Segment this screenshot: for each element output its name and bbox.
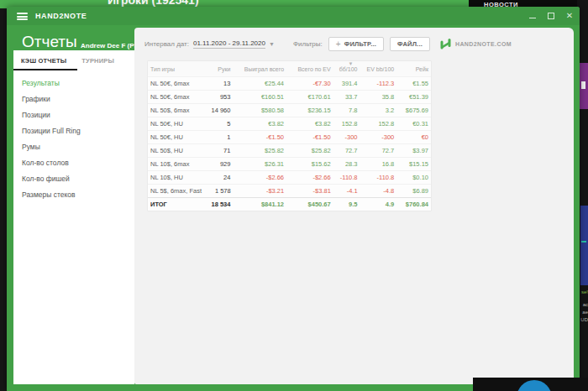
tab-tournaments[interactable]: ТУРНИРЫ [74,50,122,70]
close-icon[interactable]: ✕ [564,11,575,21]
minimize-icon[interactable] [528,11,538,21]
cell-value: 4.9 [358,201,395,208]
cell-value: €0.31 [394,120,428,128]
cell-hands: 71 [192,147,231,154]
cell-value: 7.8 [331,107,358,114]
cell-game-type: NL 50$, 6max [150,107,192,114]
sidebar-tabs: КЭШ ОТЧЕТЫТУРНИРЫ [13,50,134,70]
cell-value: 16.8 [358,160,395,168]
cell-value: 152.8 [331,120,358,128]
cell-value: -$2.66 [230,174,284,181]
table-row[interactable]: NL 50€, 6max953€160.51€170.6133.735.8€51… [148,90,431,103]
table-row[interactable]: NL 10$, HU24-$2.66-$2.66-110.8-110.8$0.1… [148,170,431,184]
filter-button-label: ФИЛЬТР... [344,40,376,48]
file-button[interactable]: ФАЙЛ... [390,37,430,51]
cell-value: 72.7 [331,147,358,154]
sidebar-item[interactable]: Кол-во фишей [13,171,134,187]
column-header[interactable]: Руки [192,66,231,72]
cell-value: $15.15 [394,160,428,168]
sidebar-item[interactable]: Позиции [13,107,134,123]
cell-value: -$2.66 [284,174,331,181]
app-title: HAND2NOTE [35,12,87,20]
table-row[interactable]: NL 10$, 6max929$26.31$15.6228.316.8$15.1… [148,157,431,170]
table-row[interactable]: NL 50€, 6max13€25.44-€7.30391.4-112.3€1.… [148,76,431,90]
cell-value: 391.4 [331,80,358,87]
cell-value: -300 [331,133,358,141]
sidebar-item[interactable]: Результаты [13,76,134,91]
cell-hands: 1 578 [192,187,231,195]
cell-value: 33.7 [331,93,358,101]
background-text-fragment: se! [581,289,588,295]
chevron-down-icon[interactable]: ▼ [269,41,275,47]
cell-value: 152.8 [358,120,395,128]
page-title: Отчеты [22,33,77,51]
table-row[interactable]: NL 50$, 6max14 960$580.58$236.157.83.2$6… [148,103,431,117]
window-controls: ✕ [528,7,575,25]
filters-label: Фильтры: [293,40,323,48]
sidebar-item[interactable]: Позиции Full Ring [13,123,134,139]
cell-value: -€1.50 [230,133,284,141]
table-row[interactable]: NL 50€, HU1-€1.50-€1.50-300-300€0 [148,130,431,143]
sidebar-item[interactable]: Румы [13,139,134,155]
column-header[interactable]: EV bb/100 [358,66,395,72]
cell-value: $675.69 [394,107,428,114]
cell-value: €3.82 [230,120,284,128]
cell-value: $26.31 [230,160,284,168]
cell-game-type: NL 10$, 6max [150,160,192,168]
table-total-row[interactable]: ИТОГ18 534$841.12$450.679.54.9$760.84 [148,197,431,211]
cell-value: -112.3 [358,80,395,87]
cell-hands: 5 [192,120,231,128]
cell-value: -300 [358,133,395,141]
cell-value: $3.97 [394,147,428,154]
column-header[interactable]: Рейк [394,66,428,72]
cell-value: 9.5 [331,201,358,208]
sidebar-item[interactable]: Кол-во столов [13,155,134,171]
sidebar: КЭШ ОТЧЕТЫТУРНИРЫ РезультатыГрафикиПозиц… [13,50,134,384]
table-row[interactable]: NL 50$, HU71$25.82$25.8272.772.7$3.97 [148,143,431,157]
sidebar-item[interactable]: Размеры стеков [13,187,134,203]
cell-value: $25.82 [230,147,284,154]
cell-value: $236.15 [284,107,331,114]
table-body: NL 50€, 6max13€25.44-€7.30391.4-112.3€1.… [148,76,431,211]
column-header[interactable]: бб/100▼ [331,66,358,72]
cell-hands: 929 [192,160,231,168]
plus-icon: + [336,39,341,49]
cell-value: $0.10 [394,174,428,181]
cell-game-type: NL 50$, HU [150,147,192,154]
account-name: Andrew Dee F (PS) [81,42,141,50]
background-text-fragment: UD [580,317,588,322]
background-window-title: Игроки (192541) [108,0,199,7]
hamburger-menu-icon[interactable] [17,13,28,20]
cell-value: -$3.81 [284,187,331,195]
add-filter-button[interactable]: + ФИЛЬТР... [328,37,384,51]
window-titlebar: HAND2NOTE ✕ [7,7,580,25]
cell-hands: 18 534 [192,201,231,208]
cell-value: -€1.50 [284,133,331,141]
date-range-selector[interactable]: 01.11.2020 - 29.11.2020 [193,39,265,49]
cell-value: -$3.21 [231,187,285,195]
maximize-icon[interactable] [546,11,556,21]
file-button-label: ФАЙЛ... [397,40,423,48]
cell-value: €160.51 [230,93,284,101]
cell-value: €3.82 [284,120,331,128]
table-row[interactable]: NL 50€, HU5€3.82€3.82152.8152.8€0.31 [148,117,431,130]
column-header[interactable]: Тип игры [150,66,192,72]
cell-value: €170.61 [284,93,331,101]
cell-value: $15.62 [284,160,331,168]
cell-game-type: NL 50€, HU [150,133,192,141]
site-label: HAND2NOTE.COM [455,41,512,47]
cell-value: €0 [394,133,428,141]
column-header[interactable]: Всего по EV [284,66,331,72]
cell-game-type: NL 10$, HU [150,174,192,181]
tab-cash-reports[interactable]: КЭШ ОТЧЕТЫ [13,50,74,70]
sidebar-menu: РезультатыГрафикиПозицииПозиции Full Rin… [13,70,134,203]
sidebar-item[interactable]: Графики [13,91,134,107]
table-header-row: Тип игрыРукиВыиграл всегоВсего по EVбб/1… [148,61,431,76]
cell-value: €51.39 [394,93,428,101]
content-panel: Интервал дат: 01.11.2020 - 29.11.2020 ▼ … [134,28,574,384]
column-header[interactable]: Выиграл всего [230,66,284,72]
cell-game-type: NL 50€, 6max [150,93,192,101]
cell-value: -4.1 [331,187,358,195]
background-text-fragment: ac [583,302,588,307]
table-row[interactable]: NL 5$, 6max, Fast1 578-$3.21-$3.81-4.1-4… [148,184,431,197]
